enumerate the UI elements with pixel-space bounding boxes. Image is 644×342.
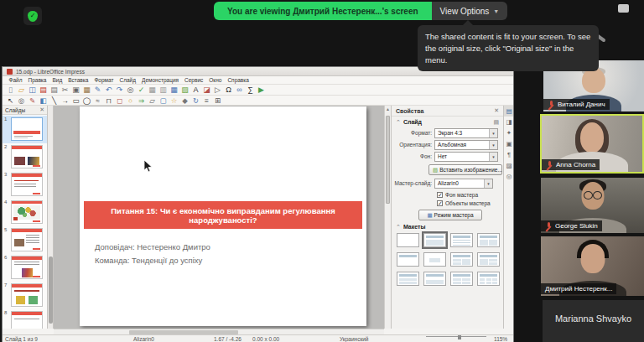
field-dropdown[interactable]: Экран 4:3 [434,128,498,138]
rectangle-icon[interactable]: ▭ [70,96,81,106]
select-arrow-icon[interactable]: ↖ [5,96,16,106]
basic-shapes-icon[interactable]: ◻ [114,96,125,106]
insert-chart-icon[interactable]: ◪ [201,85,212,95]
insert-image-icon[interactable]: ▨ [179,85,190,95]
slide-thumbnail[interactable]: 6 [3,254,47,282]
zoom-icon[interactable]: ◎ [16,96,27,106]
properties-tab-icon[interactable]: ▤ [504,106,513,117]
curve-icon[interactable]: ≈ [92,96,103,106]
connector-icon[interactable]: ⊓ [103,96,114,106]
layout-title-two-content[interactable] [477,233,500,247]
line-icon[interactable]: ╲ [49,96,60,106]
slide-canvas[interactable]: Питання 15: Чи є економічно виправданим … [80,106,366,326]
redo-icon[interactable]: ↷ [114,85,125,95]
participant-video[interactable]: Дмитрий Нестеренк... [541,236,644,296]
open-folder-icon[interactable]: ▱ [16,85,27,95]
line-color-icon[interactable]: ✎ [27,96,38,106]
cut-icon[interactable]: ✂ [60,85,70,95]
styles-tab-icon[interactable]: ¶ [504,149,513,160]
slide-thumbnail[interactable]: 8 [3,309,47,329]
print-icon[interactable]: ▤ [49,85,60,95]
participant-video[interactable]: George Slukin [541,178,644,233]
view-mode-icon[interactable] [618,4,629,13]
navigator-tab-icon[interactable]: ◎ [504,171,513,182]
symbol-shapes-icon[interactable]: ○ [125,96,136,106]
more-options-icon[interactable]: ▤ [493,119,499,126]
master-slide-dropdown[interactable]: Alizarin0 [434,179,493,189]
menu-item[interactable]: Демонстрация [139,77,182,83]
zoom-security-badge[interactable]: ✓ [23,7,42,25]
slide-thumbnail[interactable]: 5 [3,226,47,254]
zoom-slider[interactable] [426,336,486,337]
layout-title-only[interactable] [397,252,419,267]
layout-title-four-content[interactable] [450,272,473,286]
layout-title-six-content[interactable] [477,272,500,286]
display-grid-icon[interactable]: ▦ [147,85,158,95]
special-character-icon[interactable]: Ω [223,85,234,95]
menu-item[interactable]: Окно [206,77,225,83]
slide-thumbnail[interactable]: 1 [3,116,47,143]
start-slideshow-icon[interactable]: ▶ [256,85,267,95]
spelling-icon[interactable]: ✓ [136,85,147,95]
arrange-icon[interactable]: ⊞ [212,96,223,106]
slides-panel-scrollbar[interactable] [48,106,54,329]
menu-item[interactable]: Справка [225,77,252,83]
slide-speaker-line[interactable]: Доповідач: Нестеренко Дмитро [95,242,210,251]
menu-item[interactable]: Файл [6,77,25,83]
insert-image-button[interactable]: ▨Вставить изображение... [428,164,502,175]
formula-icon[interactable]: ∑ [245,85,256,95]
layout-centered-text[interactable] [423,252,446,267]
layout-blank[interactable] [397,233,419,247]
master-mode-button[interactable]: ▦Режим мастера [418,210,482,220]
slide-transition-tab-icon[interactable]: ◨ [504,117,513,127]
copy-icon[interactable]: ▣ [70,85,81,95]
menu-item[interactable]: Вставка [65,77,91,83]
master-background-checkbox[interactable]: Фон мастера [437,191,478,199]
master-objects-checkbox[interactable]: Объекты мастера [437,200,491,207]
arrow-icon[interactable]: → [60,96,70,106]
slide-title-banner[interactable]: Питання 15: Чи є економічно виправданим … [84,201,362,229]
participant-video[interactable]: Anna Chorna [540,114,644,174]
master-slides-tab-icon[interactable]: ▣ [504,138,513,149]
flowchart-icon[interactable]: ▱ [147,96,158,106]
snap-guides-icon[interactable]: ▥ [158,85,169,95]
menu-item[interactable]: Формат [91,77,117,83]
scroll-up-icon[interactable]: ▲ [385,106,391,112]
rotate-icon[interactable]: ↻ [190,96,201,106]
clone-formatting-icon[interactable]: ✎ [92,85,103,95]
slide-team-line[interactable]: Команда: Тенденції до успіху [95,256,202,265]
block-arrows-icon[interactable]: ⇒ [136,96,147,106]
slide-thumbnail[interactable]: 4 [3,199,47,226]
undo-icon[interactable]: ↶ [103,85,114,95]
new-document-icon[interactable]: ▯ [5,85,16,95]
save-icon[interactable]: ◫ [27,85,38,95]
stars-icon[interactable]: ☆ [169,96,179,106]
ellipse-icon[interactable]: ◯ [81,96,92,106]
slide-thumbnail[interactable]: 2 [3,143,47,171]
menu-item[interactable]: Правка [25,77,49,83]
slide-thumbnail[interactable]: 3 [3,171,47,199]
layout-title-bottom-content[interactable] [423,272,446,286]
close-icon[interactable]: ✕ [39,106,44,113]
layout-two-content-left[interactable] [450,252,473,267]
fill-color-icon[interactable]: ◧ [38,96,49,106]
slide-section-header[interactable]: ⌃Слайд [396,119,422,126]
callouts-icon[interactable]: ▢ [158,96,169,106]
3d-objects-icon[interactable]: ◆ [179,96,190,106]
close-icon[interactable]: ✕ [494,107,499,114]
field-dropdown[interactable]: Альбомная [434,140,498,150]
hyperlink-icon[interactable]: ∞ [234,85,245,95]
menu-item[interactable]: Слайд [117,77,139,83]
layout-title-content-lines[interactable] [450,233,473,247]
export-pdf-icon[interactable]: ▤ [38,85,49,95]
align-icon[interactable]: ≡ [201,96,212,106]
text-box-icon[interactable]: A [190,85,201,95]
menu-item[interactable]: Сервис [182,77,206,83]
layouts-section-header[interactable]: ⌃Макеты [396,224,425,231]
find-replace-icon[interactable]: ◎ [125,85,136,95]
horizontal-scrollbar[interactable] [54,329,384,334]
table-icon[interactable]: ▦ [169,85,179,95]
gallery-tab-icon[interactable]: ▨ [504,160,513,171]
participant-video[interactable]: Marianna Shvayko [543,300,644,342]
animation-tab-icon[interactable]: ✦ [504,127,513,138]
